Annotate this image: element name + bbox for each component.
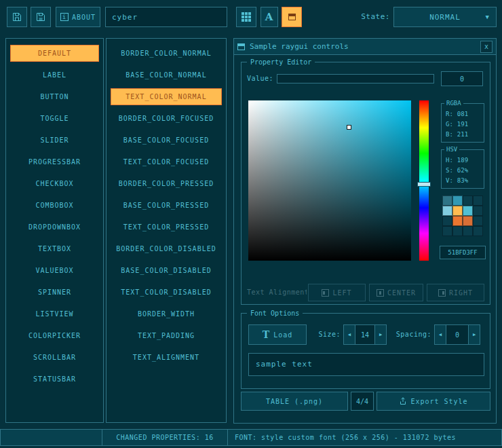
- font-load-label: Load: [273, 331, 292, 339]
- hue-handle[interactable]: [417, 182, 431, 187]
- text-alignment-label: Text Alignment:: [247, 284, 307, 301]
- style-color-swatch[interactable]: [463, 216, 473, 226]
- hue-slider[interactable]: [419, 100, 429, 261]
- hex-color-input[interactable]: 51BFD3FF: [440, 246, 486, 259]
- property-item-text-padding[interactable]: TEXT_PADDING: [111, 327, 222, 344]
- sample-controls-window: Sample raygui controls x Property Editor…: [233, 38, 497, 424]
- style-color-swatch[interactable]: [442, 216, 452, 226]
- close-button[interactable]: x: [480, 41, 493, 53]
- style-color-swatch[interactable]: [473, 216, 483, 226]
- style-color-swatch[interactable]: [442, 206, 452, 216]
- window-titlebar[interactable]: Sample raygui controls x: [234, 39, 496, 55]
- control-item-default[interactable]: DEFAULT: [10, 45, 99, 62]
- about-button[interactable]: i ABOUT: [56, 7, 100, 27]
- value-box[interactable]: 0: [441, 71, 483, 86]
- size-decrement-button[interactable]: ◀: [343, 324, 355, 345]
- value-slider[interactable]: [277, 74, 434, 83]
- color-panel[interactable]: [248, 100, 411, 261]
- property-item-border-color-pressed[interactable]: BORDER_COLOR_PRESSED: [111, 175, 222, 192]
- control-item-button[interactable]: BUTTON: [10, 88, 99, 105]
- style-table-mode-button[interactable]: [236, 7, 256, 27]
- control-item-textbox[interactable]: TEXTBOX: [10, 240, 99, 257]
- font-info-text: FONT: style custom font (256 x 256) - 13…: [235, 434, 456, 441]
- style-color-swatch[interactable]: [463, 195, 473, 206]
- control-item-colorpicker[interactable]: COLORPICKER: [10, 327, 99, 344]
- font-mode-button[interactable]: A: [260, 7, 278, 27]
- property-item-base-color-pressed[interactable]: BASE_COLOR_PRESSED: [111, 197, 222, 214]
- control-item-toggle[interactable]: TOGGLE: [10, 110, 99, 127]
- property-item-base-color-disabled[interactable]: BASE_COLOR_DISABLED: [111, 262, 222, 279]
- control-item-listview[interactable]: LISTVIEW: [10, 305, 99, 322]
- property-item-border-color-normal[interactable]: BORDER_COLOR_NORMAL: [111, 45, 222, 62]
- property-item-text-color-disabled[interactable]: TEXT_COLOR_DISABLED: [111, 284, 222, 301]
- font-load-button[interactable]: T Load: [248, 324, 307, 345]
- window-title: Sample raygui controls: [250, 42, 349, 51]
- size-value[interactable]: 14: [355, 324, 375, 345]
- statusbar-font-info: FONT: style custom font (256 x 256) - 13…: [227, 429, 502, 446]
- property-item-base-color-normal[interactable]: BASE_COLOR_NORMAL: [111, 67, 222, 83]
- control-item-slider[interactable]: SLIDER: [10, 132, 99, 149]
- info-icon: i: [60, 13, 69, 21]
- property-item-border-color-focused[interactable]: BORDER_COLOR_FOCUSED: [111, 110, 222, 127]
- style-color-swatch[interactable]: [452, 195, 463, 206]
- spacing-decrement-button[interactable]: ◀: [434, 324, 446, 345]
- rgba-group: RGBA R:081 G:191 B:211: [441, 103, 484, 143]
- table-pages-indicator[interactable]: 4/4: [351, 392, 374, 411]
- load-style-button[interactable]: [7, 7, 27, 27]
- style-color-swatch[interactable]: [463, 206, 473, 216]
- spacing-increment-button[interactable]: ▶: [468, 324, 480, 345]
- save-style-button[interactable]: [31, 7, 51, 27]
- property-item-border-color-disabled[interactable]: BORDER_COLOR_DISABLED: [111, 240, 222, 257]
- property-item-text-color-focused[interactable]: TEXT_COLOR_FOCUSED: [111, 153, 222, 170]
- control-item-scrollbar[interactable]: SCROLLBAR: [10, 349, 99, 366]
- control-item-dropdownbox[interactable]: DROPDOWNBOX: [10, 219, 99, 236]
- control-item-statusbar[interactable]: STATUSBAR: [10, 371, 99, 388]
- style-color-swatch[interactable]: [473, 226, 483, 236]
- state-dropdown-value: NORMAL: [429, 13, 461, 22]
- spacing-value[interactable]: 0: [446, 324, 469, 345]
- property-item-base-color-focused[interactable]: BASE_COLOR_FOCUSED: [111, 132, 222, 149]
- property-item-text-alignment[interactable]: TEXT_ALIGNMENT: [111, 349, 222, 366]
- style-color-swatch[interactable]: [463, 226, 473, 236]
- style-color-swatch[interactable]: [442, 195, 452, 206]
- style-color-swatch[interactable]: [473, 206, 483, 216]
- align-right-button[interactable]: RIGHT: [427, 284, 484, 301]
- style-colors-grid: [442, 195, 483, 236]
- style-color-swatch[interactable]: [452, 206, 463, 216]
- control-item-combobox[interactable]: COMBOBOX: [10, 197, 99, 214]
- style-color-swatch[interactable]: [442, 226, 452, 236]
- hsv-group: HSV H:189 S:62% V:83%: [441, 149, 484, 189]
- property-item-text-color-normal[interactable]: TEXT_COLOR_NORMAL: [111, 88, 222, 105]
- g-value: 191: [457, 119, 468, 130]
- font-sample-textbox[interactable]: sample text: [248, 353, 484, 376]
- floppy-icon: [12, 12, 22, 22]
- align-left-button[interactable]: LEFT: [308, 284, 366, 301]
- rgba-g: G:191: [442, 119, 484, 130]
- control-item-checkbox[interactable]: CHECKBOX: [10, 175, 99, 192]
- rgba-r: R:081: [442, 109, 484, 119]
- style-color-swatch[interactable]: [452, 226, 463, 236]
- control-item-valuebox[interactable]: VALUEBOX: [10, 262, 99, 279]
- controls-mode-button[interactable]: [282, 7, 302, 27]
- table-png-button[interactable]: TABLE (.png): [241, 392, 348, 411]
- state-dropdown[interactable]: NORMAL ▼: [393, 7, 497, 27]
- statusbar-left: [0, 429, 102, 446]
- font-size-label: Size:: [312, 324, 341, 345]
- style-name-input[interactable]: [105, 7, 227, 27]
- align-center-button[interactable]: CENTER: [369, 284, 423, 301]
- controls-list-panel: DEFAULT LABEL BUTTON TOGGLE SLIDER PROGR…: [5, 38, 104, 423]
- style-color-swatch[interactable]: [473, 195, 483, 206]
- property-item-border-width[interactable]: BORDER_WIDTH: [111, 305, 222, 322]
- control-item-label[interactable]: LABEL: [10, 67, 99, 83]
- style-color-swatch[interactable]: [452, 216, 463, 226]
- control-item-spinner[interactable]: SPINNER: [10, 284, 99, 301]
- control-item-progressbar[interactable]: PROGRESSBAR: [10, 153, 99, 170]
- size-increment-button[interactable]: ▶: [374, 324, 387, 345]
- rgba-b: B:211: [442, 130, 484, 140]
- font-spacing-spinner: ◀ 0 ▶: [434, 324, 480, 345]
- font-size-spinner: ◀ 14 ▶: [343, 324, 387, 345]
- align-right-label: RIGHT: [449, 289, 473, 297]
- font-spacing-label: Spacing:: [392, 324, 431, 345]
- export-style-button[interactable]: Export Style: [376, 392, 490, 411]
- property-item-text-color-pressed[interactable]: TEXT_COLOR_PRESSED: [111, 219, 222, 236]
